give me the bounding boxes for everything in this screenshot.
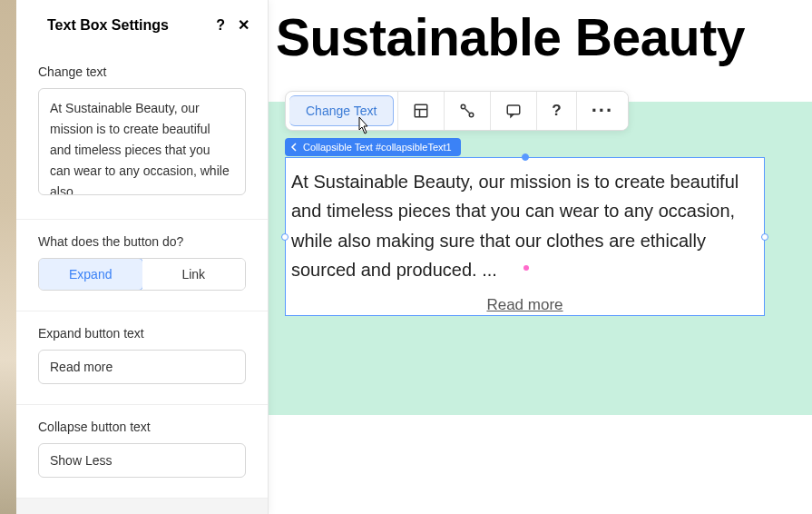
element-badge-label: Collapsible Text #collapsibleText1 <box>303 142 452 153</box>
resize-handle-right[interactable] <box>761 233 768 241</box>
change-text-button[interactable]: Change Text <box>289 95 394 126</box>
page-title[interactable]: Sustainable Beauty <box>269 0 812 71</box>
editor-canvas: Sustainable Beauty Change Text ? ··· Col… <box>269 0 812 514</box>
settings-sidebar: Text Box Settings ? ✕ Change text What d… <box>0 0 269 514</box>
element-badge[interactable]: Collapsible Text #collapsibleText1 <box>285 138 461 156</box>
button-action-label: What does the button do? <box>38 234 246 249</box>
change-text-input[interactable] <box>38 88 246 195</box>
animation-icon[interactable] <box>444 92 490 130</box>
resize-handle-left[interactable] <box>281 233 289 241</box>
svg-rect-5 <box>508 105 521 114</box>
seo-section-header[interactable]: SEO & accessibility <box>16 499 268 514</box>
read-more-link[interactable]: Read more <box>486 296 563 313</box>
collapsible-text-element[interactable]: At Sustainable Beauty, our mission is to… <box>285 157 765 316</box>
collapse-text-label: Collapse button text <box>38 420 246 434</box>
panel-title: Text Box Settings <box>47 17 169 34</box>
collapse-text-input[interactable] <box>38 443 246 478</box>
expand-option[interactable]: Expand <box>38 258 143 291</box>
svg-point-3 <box>462 104 466 109</box>
button-action-segmented: Expand Link <box>38 258 246 291</box>
svg-rect-0 <box>416 104 428 117</box>
change-text-label: Change text <box>38 64 246 79</box>
svg-point-4 <box>470 113 474 117</box>
element-toolbar: Change Text ? ··· <box>285 91 629 131</box>
help-icon[interactable]: ? <box>216 17 225 34</box>
read-more-row: Read more <box>286 296 764 314</box>
expand-text-label: Expand button text <box>38 326 246 341</box>
panel-header: Text Box Settings ? ✕ <box>16 0 268 46</box>
background-image-strip <box>0 0 16 514</box>
panel-body: Change text What does the button do? Exp… <box>16 46 268 514</box>
help-button[interactable]: ? <box>536 92 575 130</box>
comment-icon[interactable] <box>490 92 536 130</box>
close-icon[interactable]: ✕ <box>238 16 249 34</box>
more-icon[interactable]: ··· <box>576 92 628 130</box>
resize-handle-top[interactable] <box>522 153 529 161</box>
expand-text-input[interactable] <box>38 350 246 384</box>
layout-icon[interactable] <box>397 92 444 130</box>
link-option[interactable]: Link <box>142 259 246 290</box>
text-cursor-marker <box>523 265 529 271</box>
